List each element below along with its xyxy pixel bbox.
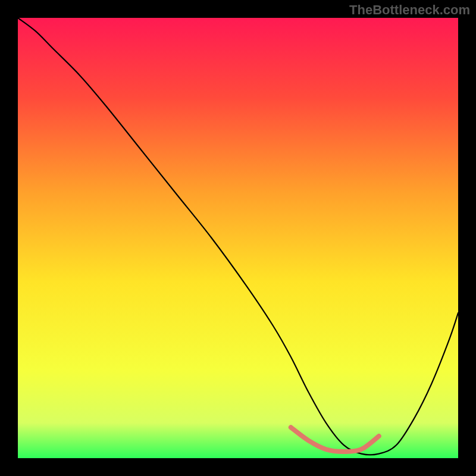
curve-layer xyxy=(18,18,458,458)
bottleneck-curve xyxy=(18,18,458,455)
sweet-spot-highlight xyxy=(291,427,379,452)
plot-frame xyxy=(18,18,458,458)
watermark-text: TheBottleneck.com xyxy=(349,2,470,18)
